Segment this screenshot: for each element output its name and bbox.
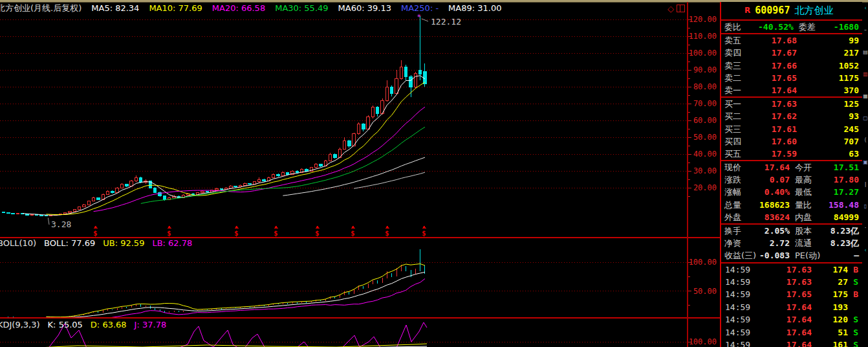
side-toolbar-icon[interactable]: ‹	[864, 248, 866, 253]
svg-text:$: $	[93, 229, 98, 237]
fin-value-1: -0.083	[758, 249, 790, 262]
trading-terminal-window: $$$$$$$$122.12✳3.28 北方创业(月线.后复权) MA5: 82…	[0, 0, 868, 347]
bid-1-label: 买一	[724, 98, 758, 110]
tick-row: 14:5917.6327S	[721, 276, 862, 288]
bid-4-volume: 707	[797, 135, 859, 148]
bid-3-price: 17.61	[758, 123, 797, 135]
fin-row: 换手2.05%股本8.23亿	[721, 225, 862, 237]
side-toolbar-icon[interactable]: ▯	[864, 204, 867, 209]
side-toolbar: ‹–▤▥▦▢(▣❘▯·‹	[863, 2, 868, 347]
ask-5-volume: 99	[797, 34, 859, 47]
ask-levels: 卖五17.6899卖四17.67217卖三17.661052卖二17.65117…	[721, 34, 862, 98]
side-toolbar-icon[interactable]: –	[864, 28, 867, 33]
side-toolbar-icon[interactable]: ·	[865, 226, 867, 231]
boll-indicator-chart[interactable]	[0, 238, 687, 317]
ask-1-row[interactable]: 卖一17.64370	[721, 84, 862, 96]
axis-tick-marks	[688, 2, 693, 347]
side-toolbar-icon[interactable]: ▥	[863, 72, 868, 77]
fundamental-section: 换手2.05%股本8.23亿净资2.72流通8.23亿收益(三)-0.083PE…	[721, 225, 862, 263]
info-value-1: 83624	[758, 211, 790, 223]
kdj-header: KDJ(9,3,3) K: 55.05 D: 63.68 J: 37.78	[0, 320, 166, 330]
fin-label-1: 净资	[724, 237, 758, 249]
quote-header: R 600967 北方创业	[721, 2, 862, 21]
bid-3-row[interactable]: 买三17.61245	[721, 123, 862, 135]
diamond-icon[interactable]: ◇	[667, 5, 674, 13]
side-toolbar-icon[interactable]: ▦	[863, 94, 868, 99]
tick-volume: 120	[812, 313, 848, 326]
tick-price: 17.63	[755, 263, 812, 276]
low-price-label: 3.28	[51, 219, 71, 229]
y-axis-label: 50.00	[693, 133, 717, 142]
tick-volume: 27	[812, 276, 848, 288]
ask-3-label: 卖三	[724, 60, 758, 72]
info-row: 现价17.64今开17.51	[721, 161, 862, 174]
bid-5-row[interactable]: 买五17.5963	[721, 148, 862, 160]
ask-2-row[interactable]: 卖二17.651175	[721, 72, 862, 84]
kdj-k-value: K: 55.05	[48, 320, 83, 330]
ask-1-volume: 370	[797, 84, 859, 96]
ma10-value: MA10: 77.69	[149, 3, 202, 14]
bid-1-volume: 125	[797, 98, 859, 110]
boll-ub-value: UB: 92.59	[103, 238, 144, 248]
split-window-icon[interactable]	[677, 5, 685, 12]
main-candlestick-chart[interactable]: $$$$$$$$122.12✳3.28	[0, 0, 687, 237]
tick-price: 17.64	[755, 313, 812, 326]
side-toolbar-icon[interactable]: ❘	[863, 182, 868, 187]
ask-4-row[interactable]: 卖四17.67217	[721, 47, 862, 59]
info-row: 涨跌0.07最高17.80	[721, 174, 862, 186]
bid-2-label: 买二	[724, 110, 758, 122]
ask-5-label: 卖五	[724, 34, 758, 47]
ask-2-price: 17.65	[758, 72, 797, 84]
ask-4-label: 卖四	[724, 47, 758, 59]
tick-flag: B	[848, 288, 858, 300]
tick-volume: 175	[812, 288, 848, 300]
bid-2-row[interactable]: 买二17.6293	[721, 110, 862, 122]
ask-3-row[interactable]: 卖三17.661052	[721, 60, 862, 72]
info-label-1: 涨跌	[724, 174, 758, 186]
info-value-2: 17.80	[827, 174, 859, 186]
kdj-name: KDJ(9,3,3)	[0, 320, 40, 330]
side-toolbar-icon[interactable]: ▣	[863, 160, 868, 165]
tick-time: 14:59	[725, 326, 755, 339]
bid-2-volume: 93	[797, 110, 859, 122]
weibi-section: 委比 -40.52% 委差 -1680	[721, 21, 862, 34]
weibi-row: 委比 -40.52% 委差 -1680	[721, 21, 862, 33]
ma20-value: MA20: 66.58	[212, 3, 265, 14]
ask-1-label: 卖一	[724, 84, 758, 96]
ask-5-row[interactable]: 卖五17.6899	[721, 34, 862, 47]
tick-price: 17.64	[755, 326, 812, 339]
bid-1-row[interactable]: 买一17.63125	[721, 98, 862, 110]
bid-4-row[interactable]: 买四17.60707	[721, 135, 862, 148]
info-label-2: 最低	[790, 186, 827, 198]
svg-text:$: $	[274, 229, 278, 237]
chart-title: 北方创业(月线.后复权)	[0, 3, 81, 14]
chart-corner-tools: ◇	[667, 4, 687, 13]
info-value-2: 17.27	[827, 186, 859, 198]
svg-text:$: $	[351, 229, 355, 237]
ma30-value: MA30: 55.49	[275, 3, 328, 14]
fin-value-2: —	[827, 249, 859, 262]
tick-row: 14:5917.64193	[721, 301, 862, 313]
y-axis-label: 80.00	[693, 82, 717, 91]
svg-text:$: $	[315, 229, 320, 237]
svg-text:$: $	[234, 229, 239, 237]
side-toolbar-icon[interactable]: ‹	[864, 6, 866, 11]
bid-3-label: 买三	[724, 123, 758, 135]
ask-4-price: 17.67	[758, 47, 797, 59]
info-label-1: 外盘	[724, 211, 758, 223]
tick-flag: S	[848, 326, 858, 339]
ask-2-volume: 1175	[797, 72, 859, 84]
side-toolbar-icon[interactable]: ▢	[863, 116, 868, 121]
ask-2-label: 卖二	[724, 72, 758, 84]
tick-volume: 193	[812, 301, 848, 313]
tick-time: 14:59	[725, 263, 755, 276]
side-toolbar-icon[interactable]: (	[864, 138, 866, 143]
side-toolbar-icon[interactable]: ▤	[863, 50, 868, 55]
ask-4-volume: 217	[797, 47, 859, 59]
y-axis-label: 90.00	[693, 65, 717, 74]
tick-time: 14:59	[725, 276, 755, 288]
boll-lb-value: LB: 62.78	[152, 238, 192, 248]
fin-label-1: 换手	[724, 225, 758, 237]
fin-label-2: PE(动)	[790, 249, 827, 262]
tick-time: 14:59	[725, 301, 755, 313]
